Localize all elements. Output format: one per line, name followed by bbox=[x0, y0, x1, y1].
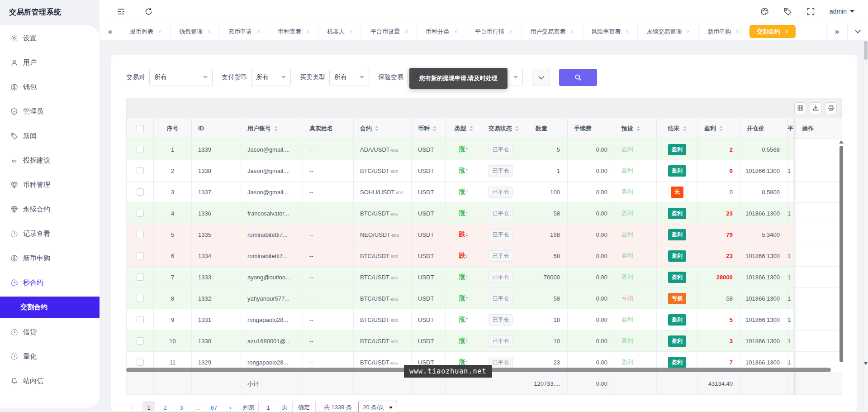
filter-select[interactable]: 所有 bbox=[149, 69, 213, 86]
header-checkbox[interactable] bbox=[137, 125, 144, 132]
sort-icon[interactable] bbox=[375, 126, 379, 131]
col-header-profit[interactable]: 盈利 bbox=[698, 118, 740, 139]
tabs-collapse-left-icon[interactable]: « bbox=[100, 23, 121, 40]
sort-icon[interactable] bbox=[683, 126, 687, 131]
tab-close-icon[interactable]: × bbox=[687, 29, 690, 35]
tab-item[interactable]: 币种查看× bbox=[269, 23, 318, 40]
sidebar-item[interactable]: 站内信 bbox=[0, 369, 100, 393]
sort-icon[interactable] bbox=[515, 126, 519, 131]
filter-select[interactable]: 所有 bbox=[329, 69, 369, 86]
next-page-button[interactable]: › bbox=[224, 401, 237, 412]
tab-item[interactable]: 平台币设置× bbox=[362, 23, 417, 40]
tab-item[interactable]: 钱包管理× bbox=[171, 23, 220, 40]
scroll-down-icon[interactable] bbox=[864, 362, 868, 365]
row-checkbox[interactable] bbox=[137, 337, 144, 345]
tab-item[interactable]: 新币申购× bbox=[699, 23, 748, 40]
confirm-button[interactable]: 确定 bbox=[292, 401, 316, 412]
sidebar-item[interactable]: 管理员 bbox=[0, 99, 100, 124]
sidebar-subitem-active[interactable]: 交割合约 bbox=[0, 297, 100, 318]
sidebar-item[interactable]: 设置 bbox=[0, 26, 100, 50]
sidebar-item[interactable]: 永续合约 bbox=[0, 197, 100, 221]
sidebar-item[interactable]: 钱包 bbox=[0, 75, 100, 99]
tab-close-icon[interactable]: × bbox=[208, 29, 211, 35]
print-button[interactable] bbox=[825, 102, 837, 114]
sidebar-item[interactable]: 用户 bbox=[0, 50, 100, 75]
sidebar-item[interactable]: 量化 bbox=[0, 344, 100, 369]
vertical-scrollbar[interactable] bbox=[839, 140, 844, 373]
vertical-scrollbar-thumb[interactable] bbox=[840, 146, 843, 362]
page-size-select[interactable]: 20 条/页 bbox=[358, 401, 397, 412]
col-header-contract[interactable]: 合约 bbox=[354, 118, 412, 139]
sort-icon[interactable] bbox=[433, 126, 436, 131]
tab-item[interactable]: 机器人× bbox=[318, 23, 362, 40]
sidebar-item[interactable]: 借贷 bbox=[0, 320, 100, 344]
page-button[interactable]: 67 bbox=[208, 401, 220, 412]
page-button[interactable]: 1 bbox=[142, 401, 155, 412]
theme-palette-icon[interactable] bbox=[760, 7, 769, 16]
page-scrollbar[interactable] bbox=[863, 40, 868, 412]
tab-active[interactable]: 交割合约× bbox=[749, 25, 796, 38]
tab-close-icon[interactable]: × bbox=[570, 29, 574, 35]
page-scrollbar-thumb[interactable] bbox=[864, 41, 868, 60]
filter-select[interactable]: 所有 bbox=[251, 69, 291, 86]
col-header-status[interactable]: 交易状态 bbox=[482, 118, 529, 139]
tab-close-icon[interactable]: × bbox=[405, 29, 408, 35]
sidebar-item[interactable]: 币种管理 bbox=[0, 172, 100, 197]
goto-page-input[interactable] bbox=[258, 401, 278, 412]
col-header-result[interactable]: 结果 bbox=[657, 118, 698, 139]
tab-close-icon[interactable]: × bbox=[785, 29, 788, 35]
tabs-collapse-right-icon[interactable]: » bbox=[826, 23, 847, 40]
tab-close-icon[interactable]: × bbox=[257, 29, 260, 35]
col-header-coin[interactable]: 币种 bbox=[412, 118, 446, 139]
tab-item[interactable]: 充币申请× bbox=[220, 23, 269, 40]
refresh-icon[interactable] bbox=[144, 7, 153, 16]
export-button[interactable] bbox=[810, 102, 821, 114]
col-header-type[interactable]: 类型 bbox=[446, 118, 482, 139]
sidebar-item[interactable]: ∞投拆建议 bbox=[0, 148, 100, 172]
tab-item[interactable]: 提币列表× bbox=[121, 23, 171, 40]
user-menu[interactable]: admin bbox=[830, 8, 854, 15]
row-checkbox[interactable] bbox=[137, 167, 144, 174]
tag-icon[interactable] bbox=[783, 7, 792, 16]
row-checkbox[interactable] bbox=[137, 146, 144, 153]
tab-item[interactable]: 平台币行情× bbox=[466, 23, 522, 40]
tab-item[interactable]: 风险率查看× bbox=[583, 23, 638, 40]
sidebar-item[interactable]: 秒合约 bbox=[0, 270, 100, 295]
col-header-account[interactable]: 用户账号 bbox=[241, 118, 303, 139]
search-button[interactable] bbox=[559, 69, 597, 86]
page-button[interactable]: 3 bbox=[175, 401, 188, 412]
sidebar-item[interactable]: 记录查看 bbox=[0, 221, 100, 246]
tab-item[interactable]: 永续交易管理× bbox=[638, 23, 699, 40]
row-checkbox[interactable] bbox=[137, 273, 144, 281]
tabs-menu-icon[interactable] bbox=[847, 23, 868, 40]
row-checkbox[interactable] bbox=[137, 188, 144, 196]
sort-icon[interactable] bbox=[470, 126, 473, 131]
tab-item[interactable]: 币种分类× bbox=[417, 23, 466, 40]
row-checkbox[interactable] bbox=[137, 359, 144, 366]
sort-icon[interactable] bbox=[274, 126, 278, 131]
page-button[interactable]: 2 bbox=[159, 401, 171, 412]
tab-close-icon[interactable]: × bbox=[736, 29, 739, 35]
col-header-preset[interactable]: 预设 bbox=[615, 118, 657, 139]
menu-fold-icon[interactable] bbox=[117, 7, 125, 16]
sidebar-item[interactable]: 新币申购 bbox=[0, 246, 100, 270]
tab-close-icon[interactable]: × bbox=[454, 29, 457, 35]
scroll-up-icon[interactable] bbox=[839, 140, 844, 144]
row-checkbox[interactable] bbox=[137, 252, 144, 259]
row-checkbox[interactable] bbox=[137, 316, 144, 323]
filter-collapse-button[interactable] bbox=[532, 69, 550, 86]
sidebar-item[interactable]: 新闻 bbox=[0, 124, 100, 148]
row-checkbox[interactable] bbox=[137, 210, 144, 217]
sort-icon[interactable] bbox=[636, 126, 640, 131]
fullscreen-icon[interactable] bbox=[806, 7, 815, 16]
tab-close-icon[interactable]: × bbox=[306, 29, 309, 35]
row-checkbox[interactable] bbox=[137, 231, 144, 238]
tab-close-icon[interactable]: × bbox=[509, 29, 512, 35]
grid-button[interactable] bbox=[794, 102, 806, 114]
tab-close-icon[interactable]: × bbox=[350, 29, 353, 35]
sort-icon[interactable] bbox=[719, 126, 723, 131]
tab-close-icon[interactable]: × bbox=[626, 29, 629, 35]
row-checkbox[interactable] bbox=[137, 295, 144, 302]
tab-item[interactable]: 用户交易查看× bbox=[522, 23, 583, 40]
prev-page-button[interactable]: ‹ bbox=[126, 401, 139, 412]
